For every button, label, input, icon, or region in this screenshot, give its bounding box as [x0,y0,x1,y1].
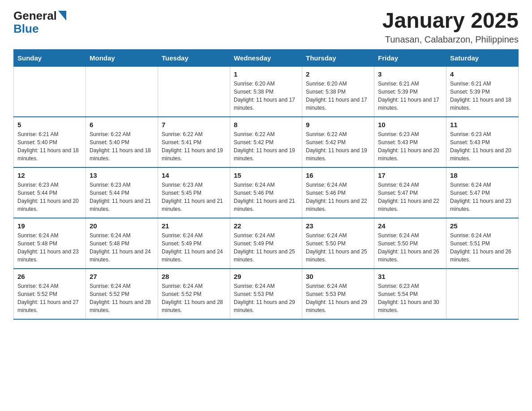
header-tuesday: Tuesday [158,49,230,66]
day-number: 14 [162,171,226,179]
header-sunday: Sunday [14,49,86,66]
day-info: Sunrise: 6:24 AMSunset: 5:52 PMDaylight:… [17,282,82,314]
calendar-header-row: SundayMondayTuesdayWednesdayThursdayFrid… [14,49,519,66]
day-number: 3 [378,70,442,78]
header-monday: Monday [86,49,158,66]
day-info: Sunrise: 6:24 AMSunset: 5:46 PMDaylight:… [234,181,298,213]
day-info: Sunrise: 6:22 AMSunset: 5:41 PMDaylight:… [162,130,226,163]
calendar-cell: 22Sunrise: 6:24 AMSunset: 5:49 PMDayligh… [230,218,302,269]
day-number: 8 [234,121,298,128]
day-info: Sunrise: 6:23 AMSunset: 5:54 PMDaylight:… [378,282,442,314]
calendar-cell: 25Sunrise: 6:24 AMSunset: 5:51 PMDayligh… [446,218,519,269]
calendar-cell: 18Sunrise: 6:24 AMSunset: 5:47 PMDayligh… [446,167,519,218]
day-info: Sunrise: 6:24 AMSunset: 5:47 PMDaylight:… [378,181,442,213]
day-number: 31 [378,273,442,280]
day-info: Sunrise: 6:23 AMSunset: 5:43 PMDaylight:… [450,130,515,163]
day-number: 13 [90,171,154,179]
calendar-cell: 27Sunrise: 6:24 AMSunset: 5:52 PMDayligh… [86,269,158,319]
day-info: Sunrise: 6:24 AMSunset: 5:51 PMDaylight:… [450,231,515,264]
calendar-cell: 29Sunrise: 6:24 AMSunset: 5:53 PMDayligh… [230,269,302,319]
calendar-cell [86,66,158,117]
day-number: 30 [306,273,370,280]
logo-general-text: General [13,9,57,23]
day-info: Sunrise: 6:24 AMSunset: 5:50 PMDaylight:… [306,231,370,264]
day-number: 25 [450,222,515,230]
day-info: Sunrise: 6:20 AMSunset: 5:38 PMDaylight:… [234,80,298,112]
day-number: 22 [234,222,298,230]
day-info: Sunrise: 6:24 AMSunset: 5:50 PMDaylight:… [378,231,442,264]
day-number: 17 [378,171,442,179]
calendar-cell: 7Sunrise: 6:22 AMSunset: 5:41 PMDaylight… [158,117,230,167]
calendar-cell: 16Sunrise: 6:24 AMSunset: 5:46 PMDayligh… [302,167,374,218]
day-number: 29 [234,273,298,280]
day-number: 18 [450,171,515,179]
day-number: 6 [90,121,154,128]
calendar-cell [158,66,230,117]
calendar-cell: 26Sunrise: 6:24 AMSunset: 5:52 PMDayligh… [14,269,86,319]
calendar-cell: 8Sunrise: 6:22 AMSunset: 5:42 PMDaylight… [230,117,302,167]
day-number: 19 [17,222,82,230]
day-info: Sunrise: 6:20 AMSunset: 5:38 PMDaylight:… [306,80,370,112]
calendar-week-4: 19Sunrise: 6:24 AMSunset: 5:48 PMDayligh… [14,218,519,269]
calendar-header: SundayMondayTuesdayWednesdayThursdayFrid… [14,49,519,66]
day-number: 7 [162,121,226,128]
day-number: 16 [306,171,370,179]
calendar-cell: 24Sunrise: 6:24 AMSunset: 5:50 PMDayligh… [374,218,446,269]
calendar-cell: 15Sunrise: 6:24 AMSunset: 5:46 PMDayligh… [230,167,302,218]
day-info: Sunrise: 6:24 AMSunset: 5:49 PMDaylight:… [162,231,226,264]
day-info: Sunrise: 6:24 AMSunset: 5:52 PMDaylight:… [90,282,154,314]
header-friday: Friday [374,49,446,66]
header-saturday: Saturday [446,49,519,66]
day-number: 1 [234,70,298,78]
calendar-cell: 30Sunrise: 6:24 AMSunset: 5:53 PMDayligh… [302,269,374,319]
day-info: Sunrise: 6:23 AMSunset: 5:44 PMDaylight:… [90,181,154,213]
calendar-cell: 17Sunrise: 6:24 AMSunset: 5:47 PMDayligh… [374,167,446,218]
calendar-cell: 9Sunrise: 6:22 AMSunset: 5:42 PMDaylight… [302,117,374,167]
day-number: 26 [17,273,82,280]
svg-marker-0 [58,11,66,21]
day-info: Sunrise: 6:22 AMSunset: 5:42 PMDaylight:… [234,130,298,163]
calendar-week-3: 12Sunrise: 6:23 AMSunset: 5:44 PMDayligh… [14,167,519,218]
day-number: 9 [306,121,370,128]
calendar-table: SundayMondayTuesdayWednesdayThursdayFrid… [13,49,519,320]
calendar-cell: 19Sunrise: 6:24 AMSunset: 5:48 PMDayligh… [14,218,86,269]
day-number: 27 [90,273,154,280]
calendar-cell: 31Sunrise: 6:23 AMSunset: 5:54 PMDayligh… [374,269,446,319]
calendar-cell: 11Sunrise: 6:23 AMSunset: 5:43 PMDayligh… [446,117,519,167]
page-header: General Blue January 2025 Tunasan, Calab… [13,9,519,45]
calendar-cell: 23Sunrise: 6:24 AMSunset: 5:50 PMDayligh… [302,218,374,269]
day-info: Sunrise: 6:24 AMSunset: 5:48 PMDaylight:… [17,231,82,264]
logo-blue-text: Blue [13,22,39,36]
day-number: 12 [17,171,82,179]
day-info: Sunrise: 6:24 AMSunset: 5:48 PMDaylight:… [90,231,154,264]
day-number: 23 [306,222,370,230]
logo: General Blue [13,9,66,36]
header-wednesday: Wednesday [230,49,302,66]
calendar-cell: 28Sunrise: 6:24 AMSunset: 5:52 PMDayligh… [158,269,230,319]
page-title: January 2025 [382,9,519,33]
page-subtitle: Tunasan, Calabarzon, Philippines [382,34,519,45]
calendar-cell: 12Sunrise: 6:23 AMSunset: 5:44 PMDayligh… [14,167,86,218]
day-info: Sunrise: 6:24 AMSunset: 5:46 PMDaylight:… [306,181,370,213]
day-info: Sunrise: 6:21 AMSunset: 5:39 PMDaylight:… [450,80,515,112]
calendar-cell: 21Sunrise: 6:24 AMSunset: 5:49 PMDayligh… [158,218,230,269]
day-info: Sunrise: 6:21 AMSunset: 5:39 PMDaylight:… [378,80,442,112]
day-number: 21 [162,222,226,230]
day-info: Sunrise: 6:22 AMSunset: 5:42 PMDaylight:… [306,130,370,163]
day-number: 5 [17,121,82,128]
day-info: Sunrise: 6:23 AMSunset: 5:44 PMDaylight:… [17,181,82,213]
day-number: 15 [234,171,298,179]
calendar-cell [14,66,86,117]
day-number: 24 [378,222,442,230]
calendar-cell: 10Sunrise: 6:23 AMSunset: 5:43 PMDayligh… [374,117,446,167]
calendar-body: 1Sunrise: 6:20 AMSunset: 5:38 PMDaylight… [14,66,519,319]
calendar-cell: 13Sunrise: 6:23 AMSunset: 5:44 PMDayligh… [86,167,158,218]
calendar-cell: 5Sunrise: 6:21 AMSunset: 5:40 PMDaylight… [14,117,86,167]
calendar-cell: 6Sunrise: 6:22 AMSunset: 5:40 PMDaylight… [86,117,158,167]
day-info: Sunrise: 6:22 AMSunset: 5:40 PMDaylight:… [90,130,154,163]
day-info: Sunrise: 6:24 AMSunset: 5:47 PMDaylight:… [450,181,515,213]
calendar-cell: 3Sunrise: 6:21 AMSunset: 5:39 PMDaylight… [374,66,446,117]
day-info: Sunrise: 6:21 AMSunset: 5:40 PMDaylight:… [17,130,82,163]
calendar-cell: 20Sunrise: 6:24 AMSunset: 5:48 PMDayligh… [86,218,158,269]
calendar-week-5: 26Sunrise: 6:24 AMSunset: 5:52 PMDayligh… [14,269,519,319]
